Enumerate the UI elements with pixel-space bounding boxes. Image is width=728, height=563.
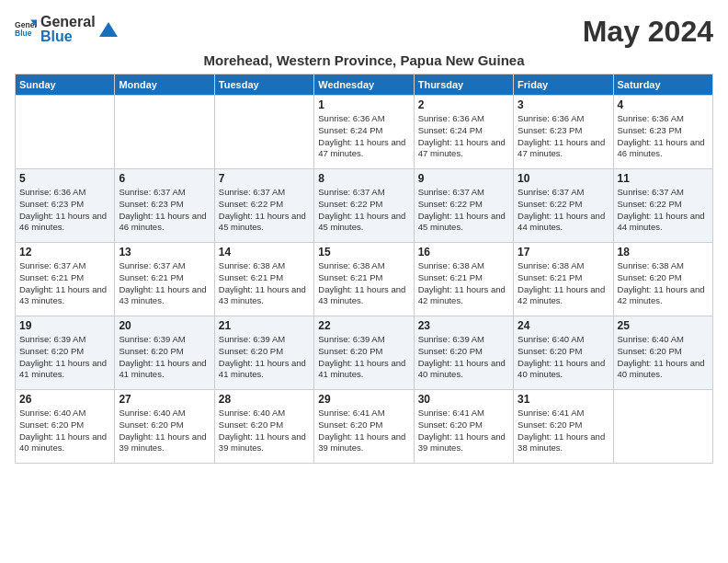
calendar-cell xyxy=(16,96,115,169)
day-info: Sunrise: 6:37 AM Sunset: 6:22 PM Dayligh… xyxy=(618,187,709,234)
day-number: 14 xyxy=(219,246,310,259)
day-info: Sunrise: 6:40 AM Sunset: 6:20 PM Dayligh… xyxy=(19,408,110,454)
day-info: Sunrise: 6:39 AM Sunset: 6:20 PM Dayligh… xyxy=(219,334,310,381)
calendar-cell: 26Sunrise: 6:40 AM Sunset: 6:20 PM Dayli… xyxy=(16,390,115,464)
day-number: 10 xyxy=(518,172,609,185)
day-info: Sunrise: 6:36 AM Sunset: 6:23 PM Dayligh… xyxy=(19,187,110,234)
calendar-cell: 15Sunrise: 6:38 AM Sunset: 6:21 PM Dayli… xyxy=(314,243,414,316)
calendar-header-friday: Friday xyxy=(514,75,613,96)
day-number: 2 xyxy=(418,98,509,111)
day-number: 28 xyxy=(219,393,310,406)
day-number: 25 xyxy=(618,319,709,332)
day-number: 11 xyxy=(618,172,709,185)
day-info: Sunrise: 6:37 AM Sunset: 6:21 PM Dayligh… xyxy=(19,260,110,307)
calendar-cell: 28Sunrise: 6:40 AM Sunset: 6:20 PM Dayli… xyxy=(214,390,313,464)
calendar-cell: 8Sunrise: 6:37 AM Sunset: 6:22 PM Daylig… xyxy=(314,169,414,243)
svg-marker-3 xyxy=(99,22,118,37)
day-info: Sunrise: 6:39 AM Sunset: 6:20 PM Dayligh… xyxy=(19,334,110,381)
calendar-cell: 4Sunrise: 6:36 AM Sunset: 6:23 PM Daylig… xyxy=(613,96,712,169)
calendar-cell: 2Sunrise: 6:36 AM Sunset: 6:24 PM Daylig… xyxy=(414,96,513,169)
day-info: Sunrise: 6:37 AM Sunset: 6:22 PM Dayligh… xyxy=(518,187,609,234)
day-info: Sunrise: 6:39 AM Sunset: 6:20 PM Dayligh… xyxy=(318,334,409,381)
calendar-header-row: SundayMondayTuesdayWednesdayThursdayFrid… xyxy=(16,75,713,96)
day-number: 16 xyxy=(418,246,509,259)
calendar-cell: 24Sunrise: 6:40 AM Sunset: 6:20 PM Dayli… xyxy=(514,316,613,390)
calendar-week-row: 1Sunrise: 6:36 AM Sunset: 6:24 PM Daylig… xyxy=(16,96,713,169)
calendar-header-sunday: Sunday xyxy=(16,75,115,96)
calendar-header-thursday: Thursday xyxy=(414,75,513,96)
header: General Blue General Blue May 2024 xyxy=(15,15,713,49)
calendar-cell: 9Sunrise: 6:37 AM Sunset: 6:22 PM Daylig… xyxy=(414,169,513,243)
calendar-cell: 29Sunrise: 6:41 AM Sunset: 6:20 PM Dayli… xyxy=(314,390,414,464)
day-number: 4 xyxy=(618,98,709,111)
calendar-table: SundayMondayTuesdayWednesdayThursdayFrid… xyxy=(15,74,713,464)
day-number: 18 xyxy=(618,246,709,259)
day-info: Sunrise: 6:41 AM Sunset: 6:20 PM Dayligh… xyxy=(318,408,409,454)
logo-general-text: General xyxy=(40,15,96,29)
day-info: Sunrise: 6:36 AM Sunset: 6:24 PM Dayligh… xyxy=(318,113,409,160)
calendar-cell: 14Sunrise: 6:38 AM Sunset: 6:21 PM Dayli… xyxy=(214,243,313,316)
day-info: Sunrise: 6:38 AM Sunset: 6:21 PM Dayligh… xyxy=(219,260,310,307)
day-info: Sunrise: 6:38 AM Sunset: 6:21 PM Dayligh… xyxy=(418,260,509,307)
calendar-header-saturday: Saturday xyxy=(613,75,712,96)
calendar-cell: 23Sunrise: 6:39 AM Sunset: 6:20 PM Dayli… xyxy=(414,316,513,390)
calendar-cell: 5Sunrise: 6:36 AM Sunset: 6:23 PM Daylig… xyxy=(16,169,115,243)
calendar-week-row: 19Sunrise: 6:39 AM Sunset: 6:20 PM Dayli… xyxy=(16,316,713,390)
day-info: Sunrise: 6:40 AM Sunset: 6:20 PM Dayligh… xyxy=(219,408,310,454)
day-number: 8 xyxy=(318,172,409,185)
day-info: Sunrise: 6:37 AM Sunset: 6:22 PM Dayligh… xyxy=(219,187,310,234)
day-number: 23 xyxy=(418,319,509,332)
day-info: Sunrise: 6:40 AM Sunset: 6:20 PM Dayligh… xyxy=(119,408,210,454)
day-info: Sunrise: 6:40 AM Sunset: 6:20 PM Dayligh… xyxy=(518,334,609,381)
day-number: 1 xyxy=(318,98,409,111)
calendar-cell: 25Sunrise: 6:40 AM Sunset: 6:20 PM Dayli… xyxy=(613,316,712,390)
day-number: 26 xyxy=(19,393,110,406)
logo-icon: General Blue xyxy=(15,17,37,39)
calendar-cell: 13Sunrise: 6:37 AM Sunset: 6:21 PM Dayli… xyxy=(115,243,214,316)
calendar-cell: 20Sunrise: 6:39 AM Sunset: 6:20 PM Dayli… xyxy=(115,316,214,390)
day-number: 12 xyxy=(19,246,110,259)
day-number: 20 xyxy=(119,319,210,332)
day-number: 29 xyxy=(318,393,409,406)
day-number: 3 xyxy=(518,98,609,111)
day-info: Sunrise: 6:37 AM Sunset: 6:21 PM Dayligh… xyxy=(119,260,210,307)
svg-text:Blue: Blue xyxy=(15,29,32,38)
day-info: Sunrise: 6:41 AM Sunset: 6:20 PM Dayligh… xyxy=(418,408,509,454)
day-info: Sunrise: 6:37 AM Sunset: 6:23 PM Dayligh… xyxy=(119,187,210,234)
day-info: Sunrise: 6:37 AM Sunset: 6:22 PM Dayligh… xyxy=(318,187,409,234)
calendar-cell: 21Sunrise: 6:39 AM Sunset: 6:20 PM Dayli… xyxy=(214,316,313,390)
location-title: Morehead, Western Province, Papua New Gu… xyxy=(15,52,713,68)
day-info: Sunrise: 6:36 AM Sunset: 6:24 PM Dayligh… xyxy=(418,113,509,160)
day-info: Sunrise: 6:38 AM Sunset: 6:20 PM Dayligh… xyxy=(618,260,709,307)
day-info: Sunrise: 6:36 AM Sunset: 6:23 PM Dayligh… xyxy=(518,113,609,160)
day-info: Sunrise: 6:39 AM Sunset: 6:20 PM Dayligh… xyxy=(119,334,210,381)
logo-triangle-icon xyxy=(99,20,118,39)
day-info: Sunrise: 6:37 AM Sunset: 6:22 PM Dayligh… xyxy=(418,187,509,234)
day-number: 15 xyxy=(318,246,409,259)
calendar-cell: 17Sunrise: 6:38 AM Sunset: 6:21 PM Dayli… xyxy=(514,243,613,316)
month-title: May 2024 xyxy=(583,15,713,49)
calendar-cell: 11Sunrise: 6:37 AM Sunset: 6:22 PM Dayli… xyxy=(613,169,712,243)
calendar-cell: 22Sunrise: 6:39 AM Sunset: 6:20 PM Dayli… xyxy=(314,316,414,390)
calendar-cell: 16Sunrise: 6:38 AM Sunset: 6:21 PM Dayli… xyxy=(414,243,513,316)
calendar-cell: 6Sunrise: 6:37 AM Sunset: 6:23 PM Daylig… xyxy=(115,169,214,243)
day-number: 5 xyxy=(19,172,110,185)
day-number: 17 xyxy=(518,246,609,259)
calendar-cell: 31Sunrise: 6:41 AM Sunset: 6:20 PM Dayli… xyxy=(514,390,613,464)
logo-blue-text: Blue xyxy=(40,29,96,44)
day-info: Sunrise: 6:40 AM Sunset: 6:20 PM Dayligh… xyxy=(618,334,709,381)
calendar-week-row: 5Sunrise: 6:36 AM Sunset: 6:23 PM Daylig… xyxy=(16,169,713,243)
calendar-cell: 1Sunrise: 6:36 AM Sunset: 6:24 PM Daylig… xyxy=(314,96,414,169)
calendar-cell: 27Sunrise: 6:40 AM Sunset: 6:20 PM Dayli… xyxy=(115,390,214,464)
day-number: 9 xyxy=(418,172,509,185)
calendar-cell: 30Sunrise: 6:41 AM Sunset: 6:20 PM Dayli… xyxy=(414,390,513,464)
day-info: Sunrise: 6:38 AM Sunset: 6:21 PM Dayligh… xyxy=(518,260,609,307)
calendar-cell: 7Sunrise: 6:37 AM Sunset: 6:22 PM Daylig… xyxy=(214,169,313,243)
calendar-header-monday: Monday xyxy=(115,75,214,96)
day-number: 24 xyxy=(518,319,609,332)
day-info: Sunrise: 6:38 AM Sunset: 6:21 PM Dayligh… xyxy=(318,260,409,307)
calendar-header-tuesday: Tuesday xyxy=(214,75,313,96)
calendar-header-wednesday: Wednesday xyxy=(314,75,414,96)
day-info: Sunrise: 6:41 AM Sunset: 6:20 PM Dayligh… xyxy=(518,408,609,454)
calendar-cell: 12Sunrise: 6:37 AM Sunset: 6:21 PM Dayli… xyxy=(16,243,115,316)
